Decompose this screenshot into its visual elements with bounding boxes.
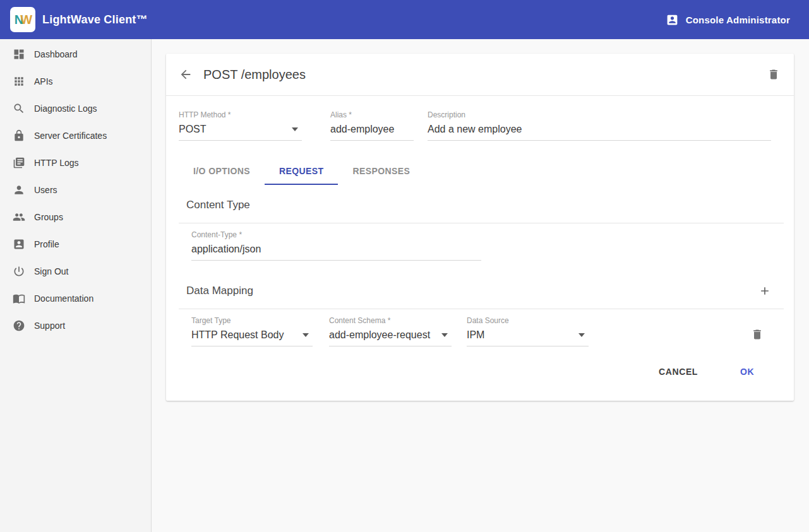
sidebar-item-users[interactable]: Users [0, 176, 151, 203]
back-arrow-icon[interactable] [179, 68, 193, 81]
sidebar-item-http-logs[interactable]: HTTP Logs [0, 149, 151, 176]
content-schema-select[interactable]: Content Schema * add-employee-request [329, 316, 452, 346]
sidebar-item-dashboard[interactable]: Dashboard [0, 40, 151, 68]
section-divider [179, 223, 784, 223]
sidebar-item-diagnostic-logs[interactable]: Diagnostic Logs [0, 95, 151, 122]
dashboard-icon [13, 48, 25, 61]
cancel-button[interactable]: CANCEL [654, 360, 703, 383]
endpoint-form-row: HTTP Method * POST Alias * add-employee … [166, 96, 794, 141]
data-source-value: IPM [467, 328, 578, 342]
sidebar-item-apis[interactable]: APIs [0, 68, 151, 95]
chevron-down-icon [292, 127, 298, 131]
tab-bar: I/O OPTIONS REQUEST RESPONSES [166, 158, 794, 185]
chevron-down-icon [441, 333, 448, 337]
data-mapping-heading: Data Mapping [186, 283, 253, 299]
sidebar-item-label: Documentation [34, 293, 93, 304]
target-type-label: Target Type [191, 316, 313, 326]
logo-letter-w: W [20, 13, 31, 27]
ok-button[interactable]: OK [727, 360, 767, 383]
data-source-select[interactable]: Data Source IPM [467, 316, 589, 346]
apps-grid-icon [13, 75, 25, 88]
account-box-icon [666, 13, 679, 27]
alias-label: Alias * [330, 110, 414, 120]
app-bar: NW LightWave Client™ Console Administrat… [0, 0, 809, 39]
content-type-section-header: Content Type [186, 198, 771, 213]
lock-icon [13, 129, 25, 142]
alias-value: add-employee [330, 122, 414, 136]
tab-responses[interactable]: RESPONSES [338, 158, 424, 185]
app-title: LightWave Client™ [42, 13, 148, 27]
people-icon [13, 211, 25, 223]
content-type-field[interactable]: Content-Type * application/json [191, 230, 481, 261]
sidebar-item-label: Server Certificates [34, 131, 107, 141]
target-type-value: HTTP Request Body [191, 328, 303, 342]
sidebar-item-support[interactable]: Support [0, 312, 151, 339]
logs-icon [13, 157, 25, 169]
tab-io-options[interactable]: I/O OPTIONS [179, 158, 265, 185]
sidebar-item-label: Profile [34, 239, 59, 249]
add-mapping-icon[interactable] [758, 285, 771, 297]
account-box-icon [13, 238, 25, 251]
sidebar: Dashboard APIs Diagnostic Logs Server Ce… [0, 39, 152, 532]
sidebar-item-documentation[interactable]: Documentation [0, 285, 151, 312]
target-type-select[interactable]: Target Type HTTP Request Body [191, 316, 313, 346]
sidebar-item-groups[interactable]: Groups [0, 203, 151, 230]
tab-request[interactable]: REQUEST [265, 158, 338, 185]
sidebar-item-label: APIs [34, 76, 53, 86]
main-content: POST /employees HTTP Method * POST Alias… [152, 39, 809, 532]
card-header: POST /employees [166, 54, 794, 96]
sidebar-item-label: Users [34, 185, 57, 195]
sidebar-item-label: Diagnostic Logs [34, 103, 97, 114]
page-title: POST /employees [203, 68, 306, 82]
http-method-select[interactable]: HTTP Method * POST [179, 110, 302, 141]
sidebar-item-label: Dashboard [34, 49, 78, 59]
sidebar-item-sign-out[interactable]: Sign Out [0, 257, 151, 285]
content-schema-value: add-employee-request [329, 328, 441, 342]
user-label: Console Administrator [686, 15, 790, 25]
alias-field[interactable]: Alias * add-employee [330, 110, 414, 141]
power-icon [13, 265, 25, 278]
content-type-heading: Content Type [186, 198, 250, 213]
sidebar-item-label: Sign Out [34, 266, 68, 276]
http-method-label: HTTP Method * [179, 110, 302, 120]
user-menu[interactable]: Console Administrator [666, 13, 790, 27]
data-mapping-section-header: Data Mapping [186, 283, 771, 299]
sidebar-item-server-certificates[interactable]: Server Certificates [0, 122, 151, 149]
sidebar-item-label: HTTP Logs [34, 158, 79, 168]
sidebar-item-profile[interactable]: Profile [0, 230, 151, 257]
chevron-down-icon [303, 333, 309, 337]
description-field[interactable]: Description Add a new employee [428, 110, 771, 141]
sidebar-item-label: Groups [34, 212, 63, 222]
http-method-value: POST [179, 122, 292, 136]
delete-endpoint-icon[interactable] [767, 68, 780, 81]
data-source-label: Data Source [467, 316, 589, 326]
search-icon [13, 102, 25, 115]
chevron-down-icon [578, 333, 585, 337]
content-schema-label: Content Schema * [329, 316, 452, 326]
book-icon [13, 292, 25, 305]
delete-mapping-icon[interactable] [751, 328, 764, 341]
endpoint-card: POST /employees HTTP Method * POST Alias… [166, 54, 794, 401]
description-label: Description [428, 110, 771, 120]
content-type-label: Content-Type * [191, 230, 481, 240]
app-logo: NW [10, 7, 35, 32]
sidebar-item-label: Support [34, 321, 65, 331]
person-icon [13, 184, 25, 196]
content-type-value: application/json [191, 242, 481, 256]
help-icon [13, 319, 25, 332]
data-mapping-row: Target Type HTTP Request Body Content Sc… [166, 309, 794, 346]
description-value: Add a new employee [428, 122, 771, 136]
card-actions: CANCEL OK [166, 346, 794, 401]
